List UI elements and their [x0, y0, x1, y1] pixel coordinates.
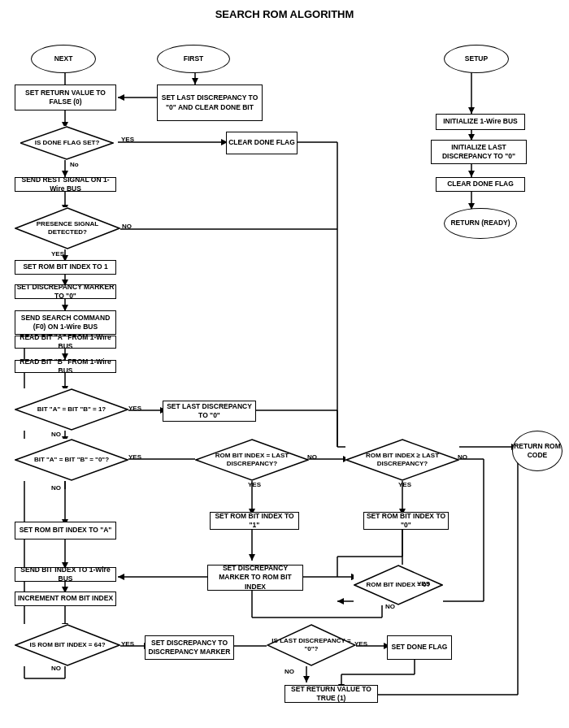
no-label-presence: NO — [122, 223, 132, 230]
first-oval: FIRST — [157, 45, 230, 73]
svg-marker-19 — [468, 171, 475, 177]
page-title: SEARCH ROM ALGORITHM — [163, 8, 406, 20]
bit-ab-0-diamond: BIT "A" = BIT "B" = "0"? — [15, 439, 128, 481]
presence-label: PRESENCE SIGNAL DETECTED? — [15, 219, 120, 237]
svg-marker-66 — [118, 574, 124, 580]
is-rom-64-diamond: IS ROM BIT INDEX = 64? — [15, 624, 120, 666]
set-disc-to-marker-label: SET DISCREPANCY TO DISCREPANCY MARKER — [146, 639, 233, 656]
svg-marker-98 — [303, 676, 310, 682]
set-rom-0-label: SET ROM BIT INDEX TO "0" — [364, 512, 448, 530]
set-rom-1-label: SET ROM BIT INDEX TO "1" — [211, 512, 298, 530]
yes-label-rom-eq: YES — [248, 481, 261, 488]
set-disc-to-marker-box: SET DISCREPANCY TO DISCREPANCY MARKER — [145, 635, 234, 660]
is-last-disc-0-label: IS LAST DISCREPANCY = "0"? — [267, 635, 356, 654]
return-rom-oval: RETURN ROM CODE — [512, 431, 562, 471]
read-bit-a-label: READ BIT "A" FROM 1-Wire BUS — [15, 333, 115, 351]
svg-marker-64 — [249, 554, 255, 561]
increment-rom-label: INCREMENT ROM BIT INDEX — [18, 594, 113, 603]
send-search-box: SEND SEARCH COMMAND (F0) ON 1-Wire BUS — [15, 310, 116, 335]
rom-bit-0-diamond: ROM BIT INDEX = 0? — [354, 565, 443, 605]
set-last-disc-0b-label: SET LAST DISCREPANCY TO "0" — [163, 402, 255, 420]
svg-marker-3 — [192, 78, 198, 84]
first-label: FIRST — [184, 54, 204, 63]
no-label-rom-64: NO — [51, 665, 61, 672]
is-done-diamond: IS DONE FLAG SET? — [20, 126, 114, 160]
yes-label-done: YES — [121, 136, 134, 143]
svg-marker-15 — [468, 107, 475, 114]
set-rom-1-box: SET ROM BIT INDEX TO "1" — [210, 512, 299, 530]
rom-bit-0-label: ROM BIT INDEX = 0? — [365, 579, 432, 591]
rom-bit-ge-last-diamond: ROM BIT INDEX ≥ LAST DISCREPANCY? — [345, 439, 459, 481]
rom-bit-eq-last-diamond: ROM BIT INDEX = LAST DISCREPANCY? — [195, 439, 309, 481]
yes-label-ab1: YES — [128, 405, 141, 412]
yes-label-rom-ge: YES — [398, 481, 411, 488]
is-done-label: IS DONE FLAG SET? — [33, 137, 102, 149]
read-bit-b-box: READ BIT "B" FROM 1-Wire BUS — [15, 360, 116, 373]
set-last-disc-label: SET LAST DISCREPANCY TO "0" AND CLEAR DO… — [158, 93, 262, 111]
set-rom-bit-1-box: SET ROM BIT INDEX TO 1 — [15, 260, 116, 275]
next-label: NEXT — [54, 54, 73, 63]
yes-label-rom-64: YES — [121, 640, 134, 648]
init-1wire-label: INITIALIZE 1-Wire BUS — [443, 117, 518, 126]
send-bit-box: SEND BIT INDEX TO 1-Wire BUS — [15, 567, 116, 582]
clear-done2-label: CLEAR DONE FLAG — [447, 180, 514, 188]
setup-oval: SETUP — [444, 45, 509, 73]
next-oval: NEXT — [31, 45, 96, 73]
yes-label-presence: YES — [51, 250, 64, 258]
set-return-false-box: SET RETURN VALUE TO FALSE (0) — [15, 84, 116, 110]
set-rom-a-label: SET ROM BIT INDEX TO "A" — [20, 526, 112, 535]
set-done-flag-box: SET DONE FLAG — [387, 635, 452, 660]
yes-label-last-disc: YES — [354, 640, 367, 648]
set-rom-a-box: SET ROM BIT INDEX TO "A" — [15, 522, 116, 540]
set-last-disc-box: SET LAST DISCREPANCY TO "0" AND CLEAR DO… — [157, 84, 263, 121]
read-bit-b-label: READ BIT "B" FROM 1-Wire BUS — [15, 358, 115, 375]
increment-rom-box: INCREMENT ROM BIT INDEX — [15, 592, 116, 606]
set-disc-marker-0-label: SET DISCREPANCY MARKER TO "0" — [15, 283, 115, 301]
init-last-disc-box: INITIALIZE LAST DISCREPANCY TO "0" — [431, 140, 527, 164]
clear-done-label: CLEAR DONE FLAG — [228, 138, 295, 147]
rom-bit-ge-last-label: ROM BIT INDEX ≥ LAST DISCREPANCY? — [345, 450, 459, 469]
init-last-disc-label: INITIALIZE LAST DISCREPANCY TO "0" — [432, 143, 526, 161]
set-disc-marker-box: SET DISCREPANCY MARKER TO ROM BIT INDEX — [207, 565, 303, 591]
clear-done2-box: CLEAR DONE FLAG — [436, 177, 525, 192]
no-label-last-disc: NO — [284, 668, 294, 675]
bit-ab-1-diamond: BIT "A" = BIT "B" = 1? — [15, 388, 128, 431]
is-last-disc-0-diamond: IS LAST DISCREPANCY = "0"? — [267, 624, 356, 666]
send-reset-box: SEND REST SIGNAL ON 1-Wire BUS — [15, 177, 116, 192]
set-return-false-label: SET RETURN VALUE TO FALSE (0) — [15, 89, 115, 106]
set-return-true-box: SET RETURN VALUE TO TRUE (1) — [284, 685, 378, 703]
svg-marker-60 — [337, 598, 344, 604]
no-label-done: No — [70, 161, 79, 168]
no-label-ab0: NO — [51, 484, 61, 492]
svg-marker-5 — [118, 94, 124, 101]
send-search-label: SEND SEARCH COMMAND (F0) ON 1-Wire BUS — [15, 314, 115, 332]
set-done-flag-label: SET DONE FLAG — [392, 643, 448, 652]
set-rom-0-box: SET ROM BIT INDEX TO "0" — [363, 512, 449, 530]
return-rom-label: RETURN ROM CODE — [513, 442, 562, 460]
send-reset-label: SEND REST SIGNAL ON 1-Wire BUS — [15, 176, 115, 193]
rom-bit-eq-last-label: ROM BIT INDEX = LAST DISCREPANCY? — [195, 450, 309, 469]
yes-label-ab0: YES — [128, 453, 141, 461]
set-rom-bit-1-label: SET ROM BIT INDEX TO 1 — [23, 262, 107, 271]
bit-ab-1-label: BIT "A" = BIT "B" = 1? — [36, 404, 108, 415]
clear-done-box: CLEAR DONE FLAG — [226, 132, 298, 154]
read-bit-a-box: READ BIT "A" FROM 1-Wire BUS — [15, 336, 116, 349]
presence-diamond: PRESENCE SIGNAL DETECTED? — [15, 207, 120, 249]
flowchart-diagram: SEARCH ROM ALGORITHM NEXT FIRST SETUP SE… — [0, 0, 569, 728]
no-label-rom-0: NO — [385, 603, 395, 610]
send-bit-label: SEND BIT INDEX TO 1-Wire BUS — [15, 566, 115, 583]
no-label-ab1: NO — [51, 431, 61, 438]
set-disc-marker-0-box: SET DISCREPANCY MARKER TO "0" — [15, 284, 116, 299]
set-last-disc-0b-box: SET LAST DISCREPANCY TO "0" — [163, 401, 256, 422]
return-ready-label: RETURN (READY) — [450, 219, 510, 228]
set-return-true-label: SET RETURN VALUE TO TRUE (1) — [285, 685, 377, 703]
setup-label: SETUP — [465, 54, 488, 63]
bit-ab-0-label: BIT "A" = BIT "B" = "0"? — [33, 454, 111, 466]
is-rom-64-label: IS ROM BIT INDEX = 64? — [28, 639, 106, 651]
set-disc-marker-label: SET DISCREPANCY MARKER TO ROM BIT INDEX — [208, 564, 302, 591]
return-ready-oval: RETURN (READY) — [444, 208, 517, 239]
init-1wire-box: INITIALIZE 1-Wire BUS — [436, 114, 525, 130]
